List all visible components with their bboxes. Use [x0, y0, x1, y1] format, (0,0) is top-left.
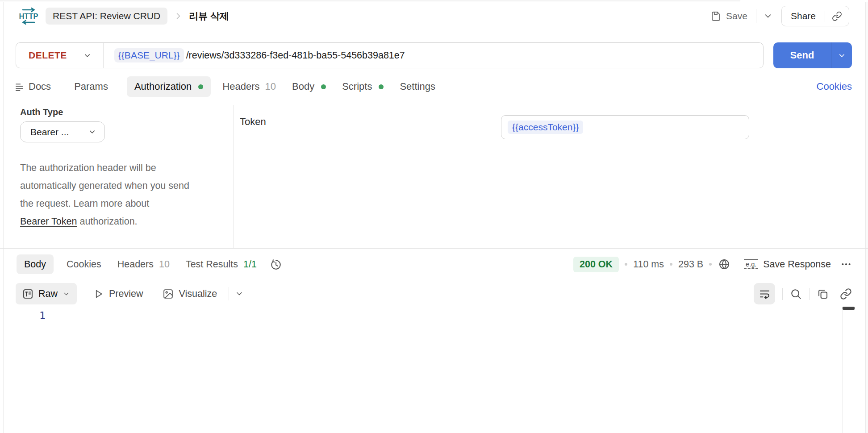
preview-label: Preview — [109, 288, 143, 300]
tab-scripts-label: Scripts — [342, 81, 372, 92]
svg-text:HTTP: HTTP — [19, 12, 38, 20]
actions-divider — [782, 288, 783, 300]
auth-help-text: The authorization header will be automat… — [20, 159, 243, 230]
visualize-label: Visualize — [179, 288, 217, 300]
window-top-strip — [0, 0, 868, 1]
auth-help-line: The authorization header will be — [20, 159, 243, 177]
preview-button[interactable]: Preview — [93, 288, 143, 300]
response-tab-test-results-label: Test Results — [186, 259, 238, 270]
auth-type-select[interactable]: Bearer ... — [20, 121, 105, 142]
search-response-button[interactable] — [790, 288, 802, 300]
save-response-label: Save Response — [763, 259, 831, 270]
auth-type-label: Auth Type — [20, 107, 63, 117]
network-info-button[interactable] — [718, 258, 730, 270]
tab-params[interactable]: Params — [74, 81, 108, 92]
tab-headers[interactable]: Headers 10 — [222, 81, 276, 92]
line-number: 1 — [39, 310, 46, 321]
response-tab-cookies[interactable]: Cookies — [67, 259, 101, 270]
raw-view-label: Raw — [38, 288, 58, 300]
auth-panel-divider — [233, 105, 234, 248]
bearer-token-link[interactable]: Bearer Token — [20, 216, 77, 227]
tab-settings-label: Settings — [400, 81, 435, 92]
view-options-button[interactable] — [235, 289, 244, 298]
send-button[interactable]: Send — [773, 42, 852, 68]
tab-docs[interactable]: Docs — [14, 81, 51, 92]
save-button[interactable]: Save — [710, 11, 747, 22]
link-button[interactable] — [840, 288, 852, 300]
copy-response-button[interactable] — [817, 288, 829, 300]
send-options-button[interactable] — [831, 42, 852, 68]
tab-params-label: Params — [74, 81, 108, 92]
view-divider — [229, 287, 229, 300]
chevron-down-icon — [63, 290, 70, 298]
example-icon: e.g. — [744, 259, 758, 269]
request-header: HTTP REST API: Review CRUD 리뷰 삭제 Save — [18, 4, 849, 28]
response-actions — [754, 283, 852, 304]
base-url-variable[interactable]: {{BASE_URL}} — [114, 48, 184, 62]
cookies-link[interactable]: Cookies — [817, 81, 852, 92]
header-actions: Save Share — [710, 6, 849, 26]
response-body[interactable]: 1 — [0, 306, 868, 433]
breadcrumb: HTTP REST API: Review CRUD 리뷰 삭제 — [18, 7, 229, 25]
response-history-button[interactable] — [270, 258, 282, 271]
tab-authorization[interactable]: Authorization — [127, 76, 211, 97]
url-container: DELETE {{BASE_URL}} /reviews/3d333286-f3… — [16, 42, 764, 68]
meta-divider — [737, 258, 737, 271]
raw-view-selector[interactable]: Raw — [16, 283, 77, 304]
headers-count: 10 — [265, 81, 276, 92]
authorization-panel: Auth Type Bearer ... The authorization h… — [0, 103, 868, 248]
visualize-button[interactable]: Visualize — [163, 288, 217, 300]
token-input[interactable]: {{accessToken}} — [501, 115, 749, 139]
tab-headers-label: Headers — [222, 81, 259, 92]
url-input[interactable]: /reviews/3d333286-f3ed-481b-ba55-5456b39… — [186, 50, 405, 61]
body-status-dot — [321, 84, 326, 89]
image-icon — [163, 288, 174, 300]
access-token-variable: {{accessToken}} — [508, 121, 583, 134]
response-scrollbar-track — [842, 307, 843, 433]
auth-help-line: Bearer Token authorization. — [20, 212, 243, 230]
response-section-divider — [0, 248, 868, 249]
share-button-label: Share — [782, 11, 825, 21]
response-tab-body[interactable]: Body — [17, 254, 54, 274]
raw-view-icon — [22, 288, 33, 300]
tab-settings[interactable]: Settings — [400, 81, 435, 92]
view-mode-group: Raw Preview — [16, 283, 244, 304]
save-options-button[interactable] — [762, 9, 774, 23]
response-header: Body Cookies Headers 10 Test Results 1/1 — [17, 252, 852, 276]
meta-separator-dot — [670, 263, 672, 266]
method-label: DELETE — [29, 50, 67, 61]
request-bar: DELETE {{BASE_URL}} /reviews/3d333286-f3… — [16, 42, 852, 68]
response-tab-body-label: Body — [24, 259, 46, 270]
chevron-down-icon — [88, 128, 96, 136]
collection-breadcrumb[interactable]: REST API: Review CRUD — [46, 8, 167, 25]
share-button[interactable]: Share — [781, 6, 849, 26]
response-meta: 200 OK 110 ms 293 B e.g. Save — [573, 257, 852, 272]
auth-help-line: the request. Learn more about — [20, 195, 243, 212]
response-size: 293 B — [678, 259, 703, 270]
method-selector[interactable]: DELETE — [16, 43, 103, 68]
wrap-text-button[interactable] — [754, 283, 775, 304]
response-tab-test-results[interactable]: Test Results 1/1 — [186, 259, 257, 270]
scripts-status-dot — [379, 84, 384, 89]
meta-separator-dot — [625, 263, 627, 266]
breadcrumb-separator-icon — [174, 12, 183, 21]
response-tab-cookies-label: Cookies — [67, 259, 101, 270]
save-response-button[interactable]: e.g. Save Response — [744, 259, 831, 270]
request-title[interactable]: 리뷰 삭제 — [189, 10, 229, 22]
save-button-label: Save — [726, 11, 747, 21]
more-options-button[interactable] — [840, 258, 852, 270]
tab-scripts[interactable]: Scripts — [342, 81, 384, 92]
response-tab-headers-label: Headers — [117, 259, 154, 270]
tab-body-label: Body — [292, 81, 314, 92]
tab-strip-right — [740, 0, 868, 1]
auth-help-line-rest: authorization. — [77, 216, 138, 227]
response-time: 110 ms — [633, 259, 664, 270]
token-label: Token — [240, 116, 266, 128]
response-tab-headers[interactable]: Headers 10 — [117, 259, 170, 270]
docs-icon — [14, 82, 25, 92]
tab-body[interactable]: Body — [292, 81, 326, 92]
copy-link-button[interactable] — [825, 6, 849, 26]
example-icon-label: e.g. — [746, 261, 756, 268]
auth-type-value: Bearer ... — [21, 127, 88, 137]
response-scrollbar-thumb[interactable] — [843, 307, 855, 310]
